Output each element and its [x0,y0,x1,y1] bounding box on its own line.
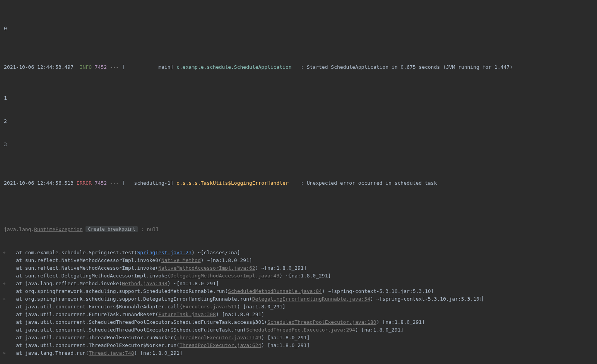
create-breakpoint-chip[interactable]: Create breakpoint [86,226,138,232]
source-link[interactable]: SpringTest.java:23 [137,250,192,255]
source-link[interactable]: ThreadPoolExecutor.java:1149 [176,335,261,340]
log-line: 2021-10-06 12:44:53.497 INFO 7452 --- [ … [4,63,593,71]
stack-frame: ⎆ at org.springframework.scheduling.supp… [4,295,593,303]
fold-gutter-icon[interactable]: ⎆ [3,249,5,257]
console-output[interactable]: 0 2021-10-06 12:44:53.497 INFO 7452 --- … [0,0,597,364]
counter: 3 [4,141,593,148]
source-link[interactable]: ScheduledThreadPoolExecutor.java:180 [267,319,376,325]
source-link[interactable]: FutureTask.java:308 [158,311,216,317]
source-link[interactable]: Thread.java:748 [89,350,134,356]
exception-class-link[interactable]: RuntimeException [34,226,82,232]
log-line: 2021-10-06 12:44:56.513 ERROR 7452 --- [… [4,179,593,187]
stack-frame: at java.util.concurrent.ScheduledThreadP… [4,326,593,334]
fold-gutter-icon[interactable]: ⎆ [3,295,5,303]
source-link[interactable]: DelegatingErrorHandlingRunnable.java:54 [252,296,370,302]
stack-frame: at java.util.concurrent.ScheduledThreadP… [4,318,593,326]
stack-frame: ⎋ at java.lang.Thread.run(Thread.java:74… [4,349,593,357]
fold-gutter-icon[interactable]: ⎋ [3,349,5,357]
counter: 0 [4,25,593,32]
stack-frame: at org.springframework.scheduling.suppor… [4,287,593,295]
source-link[interactable]: DelegatingMethodAccessorImpl.java:43 [170,273,279,279]
source-link[interactable]: ThreadPoolExecutor.java:624 [180,342,261,348]
stack-frame: at java.util.concurrent.ThreadPoolExecut… [4,334,593,342]
fold-gutter-icon[interactable]: ⎆ [3,280,5,287]
source-link[interactable]: Method.java:498 [122,281,167,286]
blank [4,202,593,210]
counter: 2 [4,117,593,125]
stack-frame: at sun.reflect.NativeMethodAccessorImpl.… [4,264,593,272]
stack-frame: at java.util.concurrent.Executors$Runnab… [4,303,593,311]
source-link[interactable]: Executors.java:511 [183,304,237,310]
source-link[interactable]: ScheduledThreadPoolExecutor.java:294 [246,327,355,333]
source-link[interactable]: NativeMethodAccessorImpl.java:62 [158,265,255,271]
source-link[interactable]: Native Method [161,257,201,263]
stack-frame: at java.util.concurrent.FutureTask.runAn… [4,311,593,318]
stack-frame: at sun.reflect.DelegatingMethodAccessorI… [4,272,593,280]
stack-frame: ⎆ at com.example.schedule.SpringTest.tes… [4,249,593,257]
stack-frame: ⎆ at java.lang.reflect.Method.invoke(Met… [4,280,593,287]
exception-header: java.lang.RuntimeException Create breakp… [4,226,593,233]
stack-frame: at java.util.concurrent.ThreadPoolExecut… [4,342,593,349]
text-caret [482,296,483,301]
source-link[interactable]: ScheduledMethodRunnable.java:84 [228,288,322,294]
counter: 1 [4,94,593,102]
stack-frame: at sun.reflect.NativeMethodAccessorImpl.… [4,257,593,264]
